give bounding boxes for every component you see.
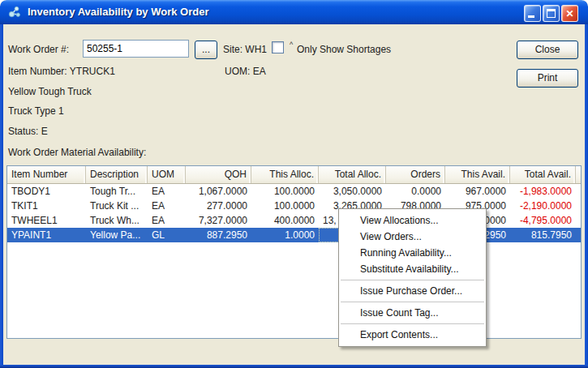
work-order-label: Work Order #:	[8, 44, 69, 55]
inventory-availability-dialog: Inventory Availability by Work Order ✕ W…	[0, 0, 588, 368]
close-icon: ✕	[562, 7, 577, 20]
menu-item-export-contents[interactable]: Export Contents...	[339, 327, 486, 343]
availability-table: Item NumberDescriptionUOMQOHThis Alloc.T…	[6, 165, 582, 339]
table-row-twheel1[interactable]: TWHEEL1Truck Wh...EA7,327.0000400.000013…	[7, 213, 581, 228]
maximize-button[interactable]	[543, 5, 560, 22]
table-cell: 277.0000	[186, 199, 251, 213]
menu-item-view-allocations[interactable]: View Allocations...	[339, 212, 486, 229]
table-cell: TBODY1	[7, 184, 86, 199]
table-cell: 1.0000	[251, 228, 319, 242]
menu-item-issue-count-tag[interactable]: Issue Count Tag...	[339, 305, 486, 321]
table-cell: 887.2950	[186, 228, 251, 242]
table-cell: EA	[148, 199, 186, 213]
table-cell: 7,327.0000	[186, 213, 251, 228]
context-menu: View Allocations...View Orders...Running…	[338, 208, 487, 347]
work-order-browse-button[interactable]: ...	[195, 41, 217, 59]
status-label: Status: E	[8, 126, 48, 137]
table-cell: Truck Wh...	[86, 213, 148, 228]
item-description-line1: Yellow Tough Truck	[8, 86, 92, 97]
window-border-right	[585, 23, 588, 368]
table-cell: TKIT1	[7, 199, 86, 213]
table-cell: Tough Tr...	[86, 184, 148, 199]
table-cell: 100.0000	[251, 184, 319, 199]
print-button[interactable]: Print	[517, 69, 578, 88]
minimize-icon	[528, 15, 534, 18]
menu-separator	[341, 280, 484, 280]
table-body: TBODY1Tough Tr...EA1,067.0000100.00003,0…	[7, 184, 581, 242]
availability-caption: Work Order Material Availability:	[8, 147, 146, 158]
column-header-qoh[interactable]: QOH	[186, 166, 251, 183]
item-number-label: Item Number: YTRUCK1	[8, 66, 115, 77]
menu-item-issue-purchase-order[interactable]: Issue Purchase Order...	[339, 283, 486, 299]
column-header-item-number[interactable]: Item Number	[7, 166, 86, 183]
maximize-icon	[547, 9, 556, 18]
table-cell: 1,067.0000	[186, 184, 251, 199]
menu-separator	[341, 323, 484, 324]
table-cell: Truck Kit ...	[86, 199, 148, 213]
table-header-row: Item NumberDescriptionUOMQOHThis Alloc.T…	[7, 166, 581, 184]
column-header-this-avail[interactable]: This Avail.	[445, 166, 510, 183]
uom-label: UOM: EA	[225, 66, 266, 77]
work-order-input[interactable]	[83, 40, 189, 58]
table-cell: 100.0000	[251, 199, 319, 213]
only-show-shortages-checkbox[interactable]	[272, 41, 284, 53]
column-header-total-avail[interactable]: Total Avail.	[510, 166, 576, 183]
column-header-description[interactable]: Description	[86, 166, 148, 183]
app-icon	[8, 6, 21, 19]
table-cell: 400.0000	[251, 213, 319, 228]
window-title: Inventory Availability by Work Order	[28, 6, 208, 18]
table-cell: 0.0000	[386, 184, 445, 199]
table-row-ypaint1[interactable]: YPAINT1Yellow Pa...GL887.29501.000029508…	[7, 228, 581, 242]
table-cell: 3,050.0000	[319, 184, 386, 199]
shortages-caret: ^	[290, 41, 293, 49]
close-button[interactable]: Close	[517, 41, 578, 59]
item-description-line2: Truck Type 1	[8, 105, 64, 117]
menu-item-view-orders[interactable]: View Orders...	[339, 229, 486, 245]
table-cell: 967.0000	[445, 184, 510, 199]
table-row-tbody1[interactable]: TBODY1Tough Tr...EA1,067.0000100.00003,0…	[7, 184, 581, 199]
table-cell: GL	[148, 228, 186, 242]
window-border-bottom	[0, 365, 588, 368]
close-window-button[interactable]: ✕	[561, 5, 578, 22]
table-cell: EA	[148, 213, 186, 228]
table-cell: 815.7950	[510, 228, 576, 242]
column-header-uom[interactable]: UOM	[148, 166, 186, 183]
menu-item-substitute-availability[interactable]: Substitute Availability...	[339, 261, 486, 277]
table-cell: -4,795.0000	[510, 213, 576, 228]
table-cell: EA	[148, 184, 186, 199]
minimize-button[interactable]	[524, 5, 541, 22]
table-row-tkit1[interactable]: TKIT1Truck Kit ...EA277.0000100.00003,26…	[7, 199, 581, 213]
table-cell: -1,983.0000	[510, 184, 576, 199]
menu-item-running-availability[interactable]: Running Availability...	[339, 245, 486, 261]
table-cell: YPAINT1	[7, 228, 86, 242]
titlebar[interactable]: Inventory Availability by Work Order ✕	[0, 0, 588, 24]
table-cell: -2,190.0000	[510, 199, 576, 213]
column-header-this-alloc[interactable]: This Alloc.	[251, 166, 319, 183]
window-border-left	[0, 23, 3, 368]
only-show-shortages-label: Only Show Shortages	[297, 44, 391, 55]
column-header-orders[interactable]: Orders	[386, 166, 445, 183]
table-cell: TWHEEL1	[7, 213, 86, 228]
table-cell: Yellow Pa...	[86, 228, 148, 242]
column-header-total-alloc[interactable]: Total Alloc.	[319, 166, 386, 183]
menu-separator	[341, 302, 484, 302]
site-label: Site: WH1	[223, 44, 267, 55]
